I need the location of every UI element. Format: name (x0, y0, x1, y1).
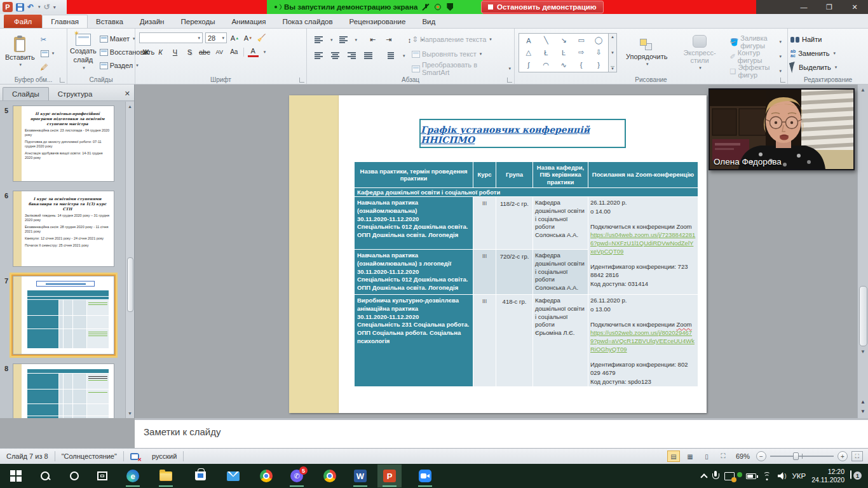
ribbon-tab-Вид[interactable]: Вид (414, 15, 444, 28)
next-slide-button[interactable]: ▼ (860, 409, 865, 414)
shape-glyph-icon[interactable]: ⇩ (596, 48, 602, 57)
zoom-in-button[interactable]: + (837, 451, 848, 461)
font-size-combo[interactable]: 28▾ (205, 32, 227, 43)
shape-glyph-icon[interactable]: ◠ (543, 61, 550, 69)
paragraph-dialog-launcher-icon[interactable] (507, 78, 512, 83)
scroll-down-icon[interactable]: ▼ (128, 409, 132, 418)
zoom-meeting-link[interactable]: https://us04web.zoom.us/j/72388422816?pw… (590, 231, 696, 255)
spellcheck-status[interactable] (124, 453, 146, 460)
slide-thumbnail-image[interactable] (13, 276, 114, 355)
slide-title-box[interactable]: Графік установчих конференцій ННІСПМО (419, 119, 626, 148)
shape-glyph-icon[interactable]: ▭ (578, 36, 584, 44)
slide-thumbnail-5[interactable]: 5ІІ курс освітньо-професійної програми п… (0, 105, 126, 182)
save-icon[interactable] (16, 3, 24, 11)
align-center-button[interactable] (330, 50, 341, 61)
text-direction-button[interactable]: ⇕Направление текста▾ (410, 33, 513, 46)
table-header-cell[interactable]: Група (496, 162, 532, 187)
notes-pane[interactable]: Заметки к слайду (135, 418, 868, 448)
table-cell-department[interactable]: Кафедра дошкільної освіти і соціальної р… (533, 197, 588, 249)
wifi-icon[interactable] (762, 472, 772, 480)
table-cell-course[interactable]: ІІІ (473, 295, 496, 386)
redo-icon[interactable]: ↺ (44, 3, 50, 11)
previous-slide-button[interactable]: ▲ (860, 399, 865, 405)
zoom-level[interactable]: 69% (736, 452, 750, 460)
ribbon-tab-Анимация[interactable]: Анимация (223, 15, 274, 28)
replace-button[interactable]: abacЗаменить▾ (790, 47, 865, 60)
font-dialog-launcher-icon[interactable] (299, 78, 304, 83)
scroll-up-icon[interactable]: ▲ (128, 102, 132, 111)
table-section-row[interactable]: Кафедра дошкільної освіти і соціальної р… (355, 188, 698, 196)
quick-styles-button[interactable]: Экспресс-стили▾ (676, 33, 722, 72)
task-view-button[interactable] (94, 468, 111, 484)
taskbar-powerpoint[interactable]: P (381, 468, 398, 484)
new-slide-button[interactable]: Создать слайд ▾ (69, 30, 98, 74)
tray-expand-icon[interactable] (700, 473, 707, 480)
slide-thumbnail-7[interactable]: 7 (0, 276, 126, 355)
taskbar-chrome-2[interactable] (322, 468, 338, 484)
qat-customize-icon[interactable]: ▾ (53, 4, 56, 10)
slide-counter[interactable]: Слайд 7 из 8 (0, 452, 55, 460)
table-cell-group[interactable]: 418-с гр. (496, 295, 532, 386)
tray-screenshare-icon[interactable] (724, 472, 735, 480)
shape-outline-button[interactable]: ✐Контур фигуры▾ (728, 50, 783, 63)
language-indicator[interactable]: УКР (792, 472, 806, 480)
ribbon-tab-Рецензирование[interactable]: Рецензирование (341, 15, 414, 28)
shape-glyph-icon[interactable]: Ł (544, 49, 548, 57)
shape-glyph-icon[interactable]: △ (526, 48, 531, 57)
cortana-button[interactable] (66, 468, 83, 484)
zoom-meeting-link[interactable]: https://us02web.zoom.us/j/8020294679?pwd… (590, 329, 696, 353)
align-left-button[interactable] (313, 50, 324, 61)
drawing-dialog-launcher-icon[interactable] (780, 78, 785, 83)
increase-indent-button[interactable]: ⇥ (383, 34, 394, 45)
zoom-out-button[interactable]: − (756, 451, 766, 461)
shape-glyph-icon[interactable]: { (580, 61, 583, 69)
tab-slides[interactable]: Слайды (3, 87, 49, 100)
undo-dropdown-icon[interactable]: ▾ (38, 4, 41, 10)
table-cell-practice-name[interactable]: Навчальна практика (ознайомлювальна) 30.… (355, 197, 473, 249)
reading-view-button[interactable]: ▯ (700, 451, 713, 462)
maximize-button[interactable]: ❐ (825, 3, 834, 11)
clipboard-dialog-launcher-icon[interactable] (60, 78, 65, 83)
paste-button[interactable]: Вставить ▾ (1, 30, 39, 74)
shape-glyph-icon[interactable]: A (526, 37, 531, 44)
taskbar-file-explorer[interactable] (158, 468, 174, 484)
table-cell-practice-name[interactable]: Навчальна практика (ознайомлювальна) з л… (355, 250, 473, 294)
zoom-slider-thumb[interactable] (793, 452, 799, 460)
taskbar-viber[interactable]: ✆5 (288, 468, 305, 484)
editor-scroll-down-icon[interactable]: ▼ (860, 346, 865, 357)
normal-view-button[interactable]: ▤ (667, 451, 680, 462)
editor-scrollbar[interactable]: ▲ ▼ ▲ ▼ (857, 85, 868, 418)
underline-button[interactable]: Ч (170, 46, 180, 57)
align-text-button[interactable]: Выровнять текст▾ (410, 48, 513, 60)
bullets-button[interactable] (313, 34, 324, 45)
table-cell-department[interactable]: Кафедра дошкільної освіти і соціальної р… (533, 295, 588, 386)
shape-glyph-icon[interactable]: } (597, 61, 600, 69)
security-shield-icon[interactable] (446, 3, 454, 11)
ribbon-tab-Вставка[interactable]: Вставка (88, 15, 132, 28)
notification-center-button[interactable]: 1 (850, 471, 863, 481)
slide-table[interactable]: Назва практики, термін проведення практи… (355, 162, 698, 386)
start-button[interactable] (8, 468, 24, 484)
slide-thumbnail-6[interactable]: 6І курс за освітніми ступенями бакалавра… (0, 191, 126, 267)
shape-glyph-icon[interactable]: ʃ (528, 61, 529, 69)
tray-microphone-icon[interactable] (712, 471, 719, 481)
ribbon-tab-Показ слайдов[interactable]: Показ слайдов (274, 15, 341, 28)
format-painter-button[interactable]: 🖉 (39, 61, 57, 74)
slide-sorter-view-button[interactable]: ▦ (684, 451, 696, 462)
slide-thumbnail-image[interactable] (13, 363, 114, 418)
battery-icon[interactable] (746, 473, 756, 479)
change-case-button[interactable]: Aa (229, 46, 240, 57)
ribbon-tab-Переходы[interactable]: Переходы (172, 15, 223, 28)
decrease-indent-button[interactable]: ⇤ (367, 34, 378, 45)
find-button[interactable]: Найти (790, 33, 865, 46)
undo-icon[interactable]: ↶ (27, 3, 34, 11)
bold-button[interactable]: Ж (140, 46, 151, 57)
align-right-button[interactable] (346, 50, 357, 61)
grow-font-button[interactable]: А▲ (229, 32, 240, 43)
shape-glyph-icon[interactable]: ╲ (544, 36, 548, 44)
shape-glyph-icon[interactable]: ∿ (560, 61, 566, 69)
clock[interactable]: 12:20 24.11.2020 (811, 468, 844, 484)
table-cell-course[interactable]: ІІІ (473, 250, 496, 294)
theme-name[interactable]: "Солнцестояние" (55, 452, 123, 460)
volume-icon[interactable]: ) ) (778, 472, 787, 480)
